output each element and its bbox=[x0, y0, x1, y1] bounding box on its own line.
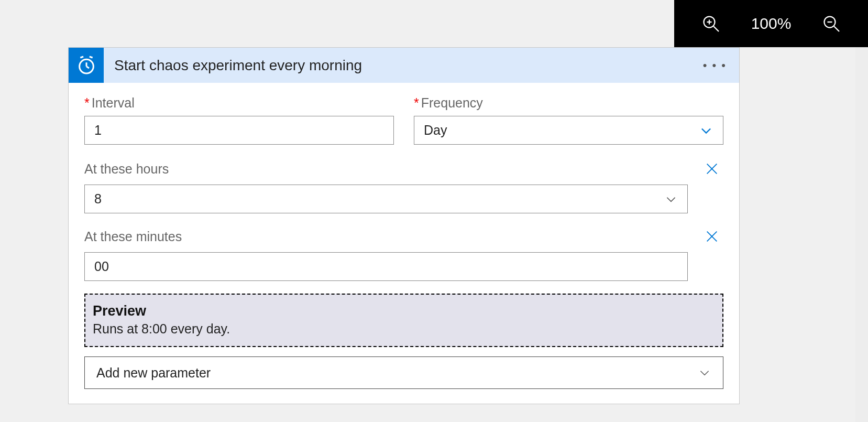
svg-line-5 bbox=[834, 26, 839, 31]
zoom-in-icon bbox=[701, 14, 720, 33]
card-menu-button[interactable]: • • • bbox=[703, 59, 727, 72]
preview-title: Preview bbox=[93, 303, 715, 319]
zoom-in-button[interactable] bbox=[698, 11, 723, 36]
svg-line-10 bbox=[80, 57, 83, 58]
trigger-card: Start chaos experiment every morning • •… bbox=[68, 47, 740, 404]
add-parameter-select[interactable]: Add new parameter bbox=[84, 356, 723, 389]
interval-input[interactable] bbox=[84, 116, 394, 145]
svg-line-11 bbox=[89, 57, 92, 58]
add-parameter-label: Add new parameter bbox=[96, 365, 211, 381]
zoom-level-label: 100% bbox=[751, 15, 792, 33]
frequency-value: Day bbox=[424, 123, 447, 138]
zoom-out-icon bbox=[822, 14, 841, 33]
clock-icon bbox=[76, 55, 97, 76]
remove-hours-button[interactable] bbox=[701, 158, 722, 179]
more-icon: • • • bbox=[703, 59, 727, 72]
frequency-field: *Frequency Day bbox=[414, 95, 723, 145]
chevron-down-icon bbox=[664, 192, 678, 206]
zoom-toolbar: 100% bbox=[674, 0, 868, 47]
close-icon bbox=[705, 161, 719, 176]
interval-frequency-row: *Interval *Frequency Day bbox=[84, 95, 723, 145]
zoom-out-button[interactable] bbox=[819, 11, 844, 36]
card-body: *Interval *Frequency Day At these hours bbox=[69, 83, 739, 404]
card-header[interactable]: Start chaos experiment every morning • •… bbox=[69, 48, 739, 83]
minutes-input[interactable] bbox=[84, 252, 688, 281]
chevron-down-icon bbox=[698, 366, 711, 380]
hours-value: 8 bbox=[94, 191, 102, 207]
frequency-label: *Frequency bbox=[414, 95, 723, 111]
svg-line-9 bbox=[86, 66, 89, 68]
hours-label: At these hours bbox=[84, 161, 169, 177]
minutes-field: At these minutes bbox=[84, 226, 723, 281]
scrollbar[interactable] bbox=[855, 47, 868, 422]
frequency-select[interactable]: Day bbox=[414, 116, 723, 145]
svg-line-1 bbox=[713, 26, 719, 31]
hours-field: At these hours 8 bbox=[84, 158, 723, 213]
interval-field: *Interval bbox=[84, 95, 394, 145]
interval-label: *Interval bbox=[84, 95, 394, 111]
chevron-down-icon bbox=[699, 123, 713, 138]
minutes-label: At these minutes bbox=[84, 229, 182, 244]
card-header-icon-box bbox=[69, 48, 104, 83]
preview-box: Preview Runs at 8:00 every day. bbox=[84, 294, 723, 347]
preview-text: Runs at 8:00 every day. bbox=[93, 321, 715, 337]
hours-select[interactable]: 8 bbox=[84, 185, 688, 213]
remove-minutes-button[interactable] bbox=[701, 226, 722, 247]
card-title: Start chaos experiment every morning bbox=[114, 57, 362, 74]
close-icon bbox=[705, 229, 719, 244]
